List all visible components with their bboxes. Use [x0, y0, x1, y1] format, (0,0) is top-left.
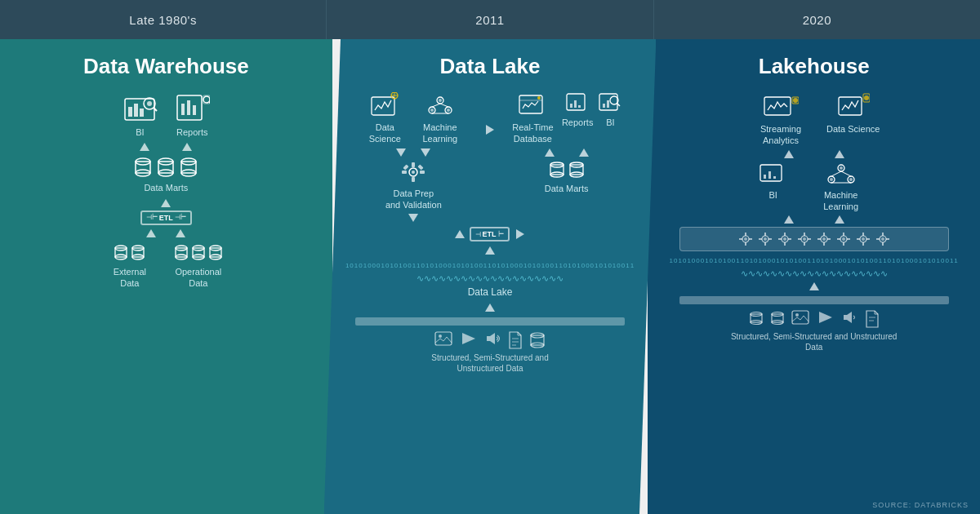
- dw-content: BI Reports: [16, 92, 316, 503]
- panel-data-lake: Data Lake: [324, 39, 657, 514]
- svg-rect-133: [823, 242, 825, 246]
- svg-rect-55: [402, 171, 407, 174]
- svg-marker-163: [844, 312, 852, 323]
- dl-datascience-label: Data Science: [363, 122, 408, 145]
- svg-rect-111: [749, 238, 752, 240]
- lh-audio-icon: [840, 310, 858, 325]
- dl-structured-label: Structured, Semi-Structured and Unstruct…: [408, 352, 572, 374]
- gear-3: [777, 231, 793, 247]
- svg-marker-80: [487, 333, 495, 344]
- bi-icon: [122, 92, 158, 123]
- arrow-lh-to-lake: [809, 282, 819, 290]
- svg-rect-9: [187, 100, 190, 115]
- db-op-2: [191, 243, 206, 263]
- era-label-1980s: Late 1980's: [0, 0, 327, 39]
- arrow-etl-right: [516, 229, 524, 239]
- arrow-dl-ds-down: [396, 148, 406, 157]
- svg-rect-65: [578, 105, 581, 108]
- svg-rect-145: [862, 242, 864, 246]
- lh-content: Streaming Analytics Data Science: [664, 92, 964, 503]
- data-marts-icons: [134, 156, 198, 179]
- dl-source-db-icon: [529, 331, 546, 349]
- svg-rect-160: [792, 311, 808, 324]
- rtdb-icon: [518, 92, 547, 118]
- svg-marker-79: [462, 333, 475, 344]
- svg-rect-56: [420, 171, 425, 174]
- svg-rect-3: [140, 109, 144, 117]
- arrow-lh-bi-up: [784, 215, 794, 224]
- dw-datamarts-label: Data Marts: [144, 182, 188, 193]
- arrow-to-lake: [485, 304, 495, 312]
- svg-rect-144: [862, 233, 864, 236]
- dl-reports-label: Reports: [562, 117, 594, 128]
- svg-rect-8: [181, 104, 185, 115]
- gear-4: [796, 231, 813, 247]
- lh-bi-col: BI: [759, 162, 788, 201]
- gear-6: [835, 231, 852, 247]
- svg-point-78: [439, 335, 442, 338]
- svg-point-137: [842, 237, 845, 241]
- arrow-dl-rtdb-up: [545, 148, 555, 157]
- svg-rect-152: [876, 238, 880, 240]
- lh-streaming-label: Streaming Analytics: [748, 123, 813, 147]
- svg-rect-128: [798, 238, 801, 240]
- svg-point-113: [764, 237, 767, 241]
- dw-operational-label: Operational Data: [167, 266, 229, 290]
- reports-icon: [174, 92, 210, 123]
- svg-rect-140: [837, 238, 840, 240]
- lh-db2-icon: [770, 310, 785, 328]
- svg-rect-147: [866, 238, 870, 240]
- dw-bi-label: BI: [136, 126, 144, 138]
- svg-rect-126: [804, 233, 805, 236]
- svg-point-125: [803, 237, 806, 241]
- svg-rect-10: [193, 105, 196, 115]
- dl-ml-col: Machine Learning: [416, 92, 465, 145]
- svg-rect-122: [778, 238, 782, 240]
- svg-point-104: [830, 178, 833, 181]
- svg-rect-117: [768, 238, 772, 240]
- dl-source-icons: [434, 331, 546, 349]
- lh-video-icon: [816, 310, 834, 325]
- arrow-lh-ml-up: [835, 215, 844, 224]
- dl-etl-box: ⊣ ETL ⊢: [470, 227, 510, 241]
- svg-line-45: [432, 104, 440, 107]
- svg-point-119: [783, 237, 786, 241]
- source-note: SOURCE: DATABRICKS: [872, 501, 969, 509]
- svg-rect-132: [823, 233, 825, 236]
- svg-rect-94: [764, 175, 766, 179]
- svg-point-143: [862, 237, 865, 241]
- svg-line-100: [831, 171, 841, 176]
- gear-5: [816, 231, 832, 247]
- dl-bottom-bar: [355, 317, 625, 326]
- lh-datascience-col: Data Science: [826, 92, 880, 135]
- lh-structured-label: Structured, Semi-Structured and Unstruct…: [724, 331, 904, 352]
- binary-wave: 1010100010101001101010001010100110101000…: [341, 261, 640, 270]
- svg-line-101: [841, 171, 851, 176]
- svg-rect-146: [857, 238, 860, 240]
- lh-ds-icon: [837, 92, 870, 120]
- gear-8: [875, 231, 891, 247]
- video-icon: [459, 331, 477, 346]
- dw-external-label: External Data: [103, 266, 156, 290]
- svg-rect-63: [570, 104, 572, 108]
- panel-data-warehouse: Data Warehouse BI: [0, 39, 332, 514]
- svg-marker-162: [819, 312, 832, 323]
- arrow-to-datamarts: [161, 199, 171, 207]
- dl-dm-1: [549, 160, 565, 179]
- svg-rect-139: [843, 242, 844, 246]
- era-bar: Late 1980's 2011 2020: [0, 0, 980, 39]
- svg-point-5: [147, 101, 152, 106]
- era-label-2020: 2020: [654, 0, 980, 39]
- dw-bi-col: BI: [122, 92, 158, 138]
- gear-2: [757, 231, 773, 247]
- arrow-dl-ml-down: [421, 148, 430, 157]
- main-container: Late 1980's 2011 2020 Data Warehouse: [0, 0, 980, 514]
- svg-line-46: [440, 104, 448, 107]
- dl-reports-icon: [565, 92, 590, 113]
- ml-icon: [425, 92, 455, 118]
- dw-external-col: External Data: [103, 243, 156, 290]
- svg-rect-2: [134, 104, 138, 117]
- svg-rect-64: [574, 100, 577, 108]
- dw-reports-label: Reports: [176, 126, 208, 138]
- lh-bi-icon: [759, 162, 788, 186]
